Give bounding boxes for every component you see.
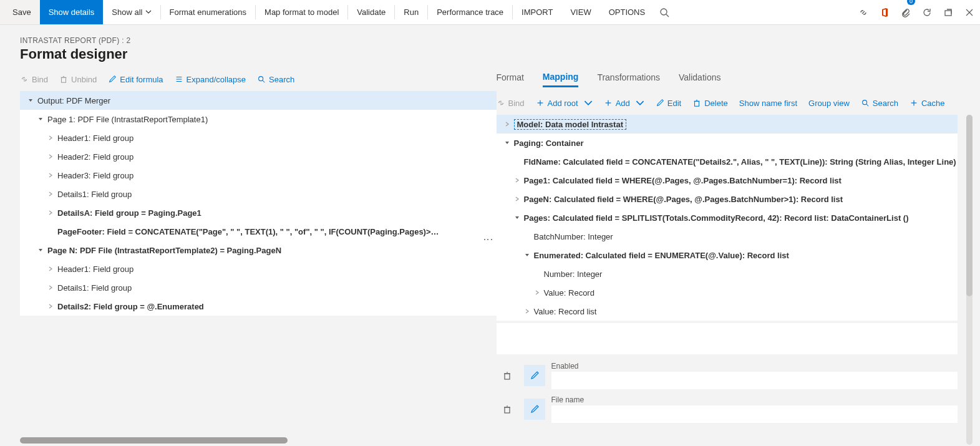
unbind-button[interactable]: Unbind [59, 75, 97, 84]
show-name-first-button[interactable]: Show name first [739, 99, 797, 108]
collapse-icon[interactable] [35, 247, 46, 253]
tree-row[interactable]: Output: PDF Merger [20, 91, 497, 110]
tab-format[interactable]: Format [497, 72, 524, 86]
delete-icon [59, 75, 68, 84]
tree-row[interactable]: PageFooter: Field = CONCATENATE("Page", … [20, 222, 497, 241]
expand-icon[interactable] [45, 135, 56, 141]
tree-row[interactable]: Model: Data model Intrastat [497, 115, 958, 133]
popout-button[interactable] [938, 0, 959, 24]
enabled-label: Enabled [551, 362, 958, 371]
filename-input[interactable] [551, 405, 958, 423]
tab-transformations[interactable]: Transformations [597, 72, 660, 86]
popout-icon [943, 7, 953, 17]
options-button[interactable]: OPTIONS [600, 0, 654, 24]
office-icon-button[interactable] [874, 0, 895, 24]
tree-item-label: PageFooter: Field = CONCATENATE("Page", … [56, 227, 439, 236]
expand-icon[interactable] [512, 177, 523, 183]
filename-label: File name [551, 395, 958, 404]
tree-row[interactable]: Details2: Field group = @.Enumerated [20, 297, 497, 316]
attachments-button[interactable]: 0 [895, 0, 916, 24]
bind-button[interactable]: Bind [20, 75, 48, 84]
horizontal-scrollbar[interactable] [20, 437, 975, 444]
performance-trace-button[interactable]: Performance trace [428, 0, 512, 24]
view-button[interactable]: VIEW [561, 0, 599, 24]
delete-icon [692, 99, 701, 107]
edit-button[interactable]: Edit [656, 99, 681, 108]
tree-row[interactable]: Enumerated: Calculated field = ENUMERATE… [497, 246, 958, 264]
tree-row[interactable]: Pages: Calculated field = SPLITLIST(Tota… [497, 208, 958, 227]
tree-row[interactable]: Header3: Field group [20, 166, 497, 185]
svg-rect-23 [505, 374, 510, 379]
tree-row[interactable]: DetailsA: Field group = Paging.Page1 [20, 203, 497, 222]
collapse-icon[interactable] [522, 252, 533, 258]
scrollbar-thumb[interactable] [966, 115, 973, 296]
tree-row[interactable]: PageN: Calculated field = WHERE(@.Pages,… [497, 190, 958, 208]
tree-row[interactable]: Page N: PDF File (IntrastatReportTemplat… [20, 241, 497, 259]
refresh-button[interactable] [916, 0, 938, 24]
expand-icon[interactable] [45, 210, 56, 216]
tree-row[interactable]: FldName: Calculated field = CONCATENATE(… [497, 152, 958, 171]
close-button[interactable] [959, 0, 980, 24]
expand-icon[interactable] [45, 266, 56, 272]
show-details-button[interactable]: Show details [40, 0, 104, 24]
run-button[interactable]: Run [395, 0, 427, 24]
expand-icon[interactable] [522, 308, 533, 314]
expand-icon[interactable] [502, 121, 513, 127]
format-enumerations-button[interactable]: Format enumerations [161, 0, 256, 24]
delete-prop-filename-button[interactable] [497, 399, 518, 420]
edit-prop-filename-button[interactable] [524, 399, 545, 420]
tree-row[interactable]: Page 1: PDF File (IntrastatReportTemplat… [20, 110, 497, 128]
import-button[interactable]: IMPORT [513, 0, 561, 24]
add-button[interactable]: Add [604, 99, 644, 108]
link-icon-button[interactable] [853, 0, 874, 24]
tree-row[interactable]: Page1: Calculated field = WHERE(@.Pages,… [497, 171, 958, 190]
tree-row[interactable]: Value: Record list [497, 302, 958, 321]
expand-icon[interactable] [45, 191, 56, 197]
tree-row[interactable]: Details1: Field group [20, 185, 497, 203]
enabled-input[interactable] [551, 372, 958, 389]
expand-icon[interactable] [45, 284, 56, 291]
expand-icon[interactable] [45, 153, 56, 160]
collapse-icon[interactable] [35, 116, 46, 122]
validate-button[interactable]: Validate [348, 0, 394, 24]
tree-row[interactable]: Number: Integer [497, 264, 958, 283]
tab-mapping[interactable]: Mapping [543, 72, 579, 87]
row-actions-button[interactable]: ⋮ [482, 235, 494, 243]
collapse-icon[interactable] [512, 215, 523, 221]
tree-item-label: Model: Data model Intrastat [513, 120, 626, 129]
tree-row[interactable]: Paging: Container [497, 133, 958, 152]
search-right-button[interactable]: Search [861, 99, 898, 108]
add-root-button[interactable]: Add root [536, 99, 593, 108]
tree-row[interactable]: Header1: Field group [20, 259, 497, 278]
cache-button[interactable]: Cache [910, 99, 945, 108]
expand-icon[interactable] [45, 303, 56, 309]
save-button[interactable]: Save [0, 0, 40, 24]
pencil-icon [656, 99, 664, 107]
search-left-button[interactable]: Search [257, 75, 294, 84]
tree-row[interactable]: Value: Record [497, 283, 958, 302]
vertical-scrollbar[interactable] [966, 115, 973, 445]
delete-prop-enabled-button[interactable] [497, 365, 518, 386]
expand-icon[interactable] [531, 289, 543, 296]
expand-icon[interactable] [45, 172, 56, 178]
bind-right-button[interactable]: Bind [497, 99, 525, 108]
edit-formula-button[interactable]: Edit formula [108, 75, 163, 84]
expand-collapse-button[interactable]: Expand/collapse [175, 75, 246, 84]
map-format-button[interactable]: Map format to model [256, 0, 347, 24]
tab-validations[interactable]: Validations [679, 72, 720, 86]
delete-button[interactable]: Delete [692, 99, 728, 108]
expand-icon[interactable] [512, 196, 523, 202]
tree-row[interactable]: Details1: Field group [20, 278, 497, 297]
group-view-button[interactable]: Group view [808, 99, 850, 108]
scrollbar-thumb[interactable] [20, 437, 288, 444]
show-all-button[interactable]: Show all [103, 0, 160, 24]
collapse-icon[interactable] [502, 140, 513, 146]
tree-row[interactable]: Header1: Field group [20, 128, 497, 147]
tree-row[interactable]: BatchNumber: Integer [497, 227, 958, 246]
tree-row[interactable]: Header2: Field group [20, 147, 497, 166]
search-button[interactable] [654, 0, 675, 24]
blank-area [497, 323, 958, 354]
collapse-icon[interactable] [25, 97, 36, 104]
search-icon [257, 75, 266, 84]
edit-prop-enabled-button[interactable] [524, 365, 545, 386]
